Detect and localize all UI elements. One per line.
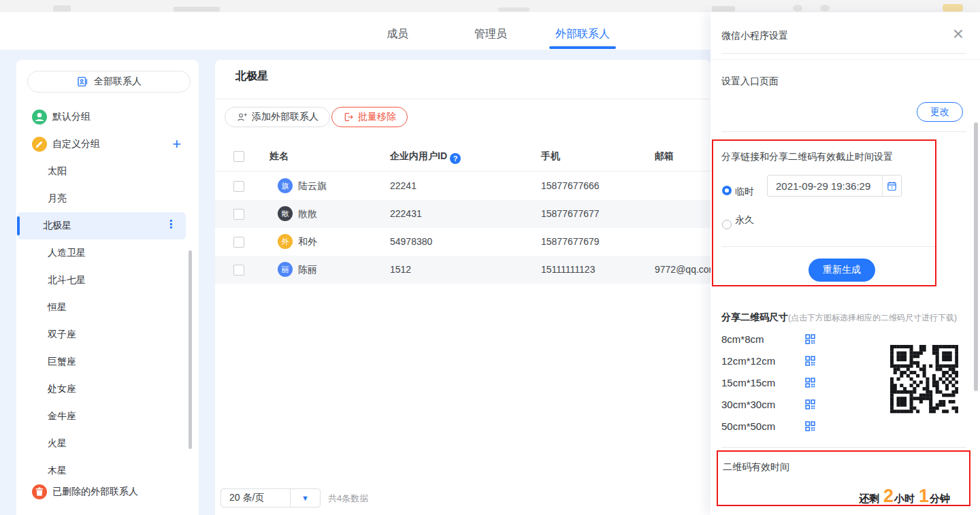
close-icon[interactable]: × xyxy=(949,24,968,44)
panel-title: 微信小程序设置 xyxy=(721,30,788,42)
page-size-value: 20 条/页 xyxy=(221,492,290,504)
add-external-contact-button[interactable]: 添加外部联系人 xyxy=(225,107,330,127)
change-button[interactable]: 更改 xyxy=(917,102,963,122)
batch-remove-button[interactable]: 批量移除 xyxy=(331,107,408,127)
group-label: 人造卫星 xyxy=(48,247,86,259)
default-group-label: 默认分组 xyxy=(52,111,91,123)
add-button-label: 添加外部联系人 xyxy=(252,111,318,123)
cell-id: 222431 xyxy=(390,208,422,219)
group-item[interactable]: 金牛座 xyxy=(22,403,193,430)
table-row[interactable]: 散 散散 222431 15877677677 xyxy=(215,200,710,228)
divider xyxy=(721,53,966,54)
total-count-label: 共4条数据 xyxy=(328,493,368,505)
contact-book-icon xyxy=(76,76,88,88)
qr-download-icon[interactable] xyxy=(805,399,815,410)
group-label: 巨蟹座 xyxy=(48,356,76,368)
page-scrollbar[interactable] xyxy=(974,122,978,391)
row-checkbox[interactable] xyxy=(233,181,244,192)
page-size-select[interactable]: 20 条/页 ▼ xyxy=(220,488,321,508)
calendar-icon[interactable]: 7 xyxy=(883,180,901,192)
qr-size-label: 50cm*50cm xyxy=(721,420,805,432)
radio-temporary[interactable] xyxy=(722,186,732,195)
group-label: 处女座 xyxy=(48,383,76,395)
chevron-down-icon: ▼ xyxy=(291,494,320,502)
group-item[interactable]: 北斗七星 xyxy=(22,267,193,294)
faded-top-strip xyxy=(0,0,980,13)
qr-size-row: 30cm*30cm xyxy=(721,393,858,415)
qr-download-icon[interactable] xyxy=(805,334,815,344)
tab-members[interactable]: 成员 xyxy=(378,26,416,42)
expiry-date-value: 2021-09-29 19:36:29 xyxy=(768,180,882,192)
column-id: 企业内用户ID? xyxy=(390,150,461,164)
divider xyxy=(710,59,980,60)
expiry-settings-title: 分享链接和分享二维码有效截止时间设置 xyxy=(721,151,893,163)
tab-external-contacts[interactable]: 外部联系人 xyxy=(549,26,616,42)
cell-name: 陈丽 xyxy=(298,264,317,276)
group-item[interactable]: 处女座 xyxy=(22,376,193,403)
divider xyxy=(721,246,935,247)
group-item[interactable]: 双子座 xyxy=(22,321,193,348)
cell-id: 1512 xyxy=(390,264,411,275)
row-checkbox[interactable] xyxy=(233,209,244,220)
regenerate-button[interactable]: 重新生成 xyxy=(808,259,875,282)
row-checkbox[interactable] xyxy=(233,237,244,248)
person-add-icon xyxy=(236,112,248,123)
select-all-checkbox[interactable] xyxy=(233,151,244,162)
top-tab-bar: 成员 管理员 外部联系人 xyxy=(0,12,710,50)
column-name: 姓名 xyxy=(270,150,289,163)
qr-size-title-bold: 分享二维码尺寸 xyxy=(721,312,788,322)
qr-size-note: (点击下方图标选择相应的二维码尺寸进行下载) xyxy=(788,313,957,322)
trash-icon xyxy=(32,484,47,499)
qr-size-row: 15cm*15cm xyxy=(721,371,858,393)
group-item[interactable]: 人造卫星 xyxy=(22,239,193,267)
group-item[interactable]: 巨蟹座 xyxy=(22,348,193,376)
radio-permanent[interactable] xyxy=(722,220,732,229)
sidebar-item-custom-group[interactable]: 自定义分组 + xyxy=(16,131,199,158)
table-row[interactable]: 旗 陆云旗 22241 15877677666 xyxy=(215,172,710,200)
qr-size-row: 8cm*8cm xyxy=(721,328,858,350)
avatar: 散 xyxy=(278,206,293,221)
column-email: 邮箱 xyxy=(655,150,674,163)
group-more-menu-icon[interactable]: ⋮ xyxy=(165,218,176,231)
minutes-unit: 分钟 xyxy=(930,493,950,505)
group-label: 恒星 xyxy=(48,301,67,314)
main-content: 北极星 添加外部联系人 批量移除 姓名 企业内用户ID? 手机 邮箱 旗 陆云 xyxy=(215,60,710,515)
group-item-selected[interactable]: 北极星 ⋮ xyxy=(17,212,186,239)
faded-crown-icon xyxy=(943,4,963,12)
all-contacts-button[interactable]: 全部联系人 xyxy=(27,71,191,93)
group-item[interactable]: 太阳 xyxy=(22,158,193,185)
qr-size-row: 12cm*12cm xyxy=(721,350,858,371)
sidebar-item-deleted-contacts[interactable]: 已删除的外部联系人 xyxy=(16,478,199,505)
group-item[interactable]: 恒星 xyxy=(22,294,193,321)
qr-validity-title: 二维码有效时间 xyxy=(723,461,789,474)
table-row[interactable]: 丽 陈丽 1512 15111111123 9772@qq.com xyxy=(215,256,710,284)
tab-admins[interactable]: 管理员 xyxy=(469,26,512,42)
cell-phone: 15877677677 xyxy=(541,208,600,219)
pencil-icon xyxy=(32,137,47,152)
add-group-icon[interactable]: + xyxy=(172,135,181,154)
qr-download-icon[interactable] xyxy=(805,378,815,388)
row-checkbox[interactable] xyxy=(233,265,244,276)
deleted-contacts-label: 已删除的外部联系人 xyxy=(52,486,138,498)
custom-group-label: 自定义分组 xyxy=(52,138,100,150)
avatar: 外 xyxy=(278,234,293,249)
screen: 成员 管理员 外部联系人 全部联系人 默认分组 自定义分组 + 太阳 xyxy=(0,0,980,515)
table-row[interactable]: 外 和外 54978380 15877677679 xyxy=(215,228,710,256)
selected-indicator-bar xyxy=(17,216,20,235)
remaining-minutes: 1 xyxy=(919,486,929,507)
divider xyxy=(215,99,710,99)
divider xyxy=(721,447,966,448)
sidebar-scrollbar[interactable] xyxy=(189,250,192,449)
group-item[interactable]: 月亮 xyxy=(22,185,193,212)
qr-download-icon[interactable] xyxy=(805,421,815,431)
cell-phone: 15877677666 xyxy=(541,180,600,191)
person-icon xyxy=(32,110,47,124)
help-icon[interactable]: ? xyxy=(450,153,461,164)
qr-size-row: 50cm*50cm xyxy=(721,415,858,437)
sidebar-item-default-group[interactable]: 默认分组 xyxy=(16,103,199,131)
expiry-date-input[interactable]: 2021-09-29 19:36:29 7 xyxy=(767,175,902,197)
cell-name: 散散 xyxy=(298,208,317,220)
group-item[interactable]: 火星 xyxy=(22,430,193,457)
qr-download-icon[interactable] xyxy=(805,356,815,366)
permanent-label: 永久 xyxy=(735,214,754,227)
